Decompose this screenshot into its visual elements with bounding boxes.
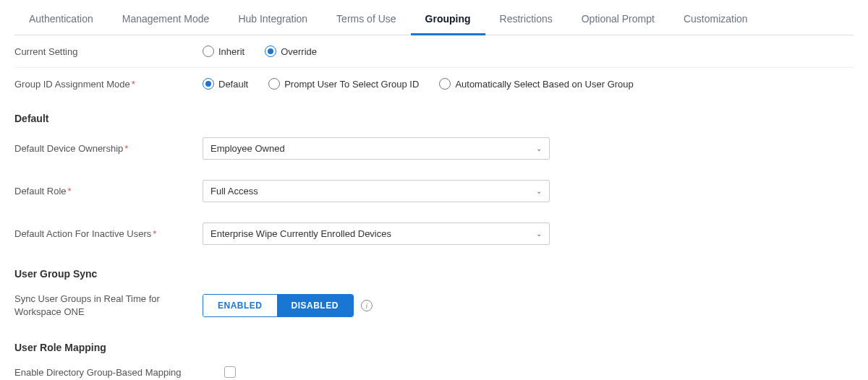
select-value: Full Access bbox=[210, 186, 258, 197]
row-default-inactive: Default Action For Inactive Users* Enter… bbox=[14, 212, 854, 255]
label-current-setting: Current Setting bbox=[14, 46, 203, 57]
radio-label: Automatically Select Based on User Group bbox=[455, 79, 633, 90]
select-value: Enterprise Wipe Currently Enrolled Devic… bbox=[210, 228, 391, 239]
row-default-role: Default Role* Full Access ⌄ bbox=[14, 170, 854, 212]
tab-bar: Authentication Management Mode Hub Integ… bbox=[14, 6, 854, 35]
label-default-role: Default Role* bbox=[14, 186, 203, 197]
radio-icon bbox=[439, 78, 451, 90]
chevron-down-icon: ⌄ bbox=[536, 144, 542, 152]
section-user-group-sync: User Group Sync Sync User Groups in Real… bbox=[14, 268, 854, 329]
radio-icon bbox=[203, 46, 214, 57]
radio-icon bbox=[265, 46, 276, 57]
row-group-id-mode: Group ID Assignment Mode* Default Prompt… bbox=[14, 68, 854, 100]
label-sync-realtime: Sync User Groups in Real Time for Worksp… bbox=[14, 293, 203, 319]
radio-override[interactable]: Override bbox=[265, 46, 317, 57]
toggle-sync-realtime: ENABLED DISABLED bbox=[203, 294, 354, 317]
chevron-down-icon: ⌄ bbox=[536, 230, 542, 238]
row-default-ownership: Default Device Ownership* Employee Owned… bbox=[14, 127, 854, 170]
tab-authentication[interactable]: Authentication bbox=[14, 6, 108, 35]
chevron-down-icon: ⌄ bbox=[536, 187, 542, 195]
tab-restrictions[interactable]: Restrictions bbox=[485, 6, 567, 35]
tab-terms-of-use[interactable]: Terms of Use bbox=[322, 6, 410, 35]
radio-auto-select[interactable]: Automatically Select Based on User Group bbox=[439, 78, 633, 90]
radio-icon bbox=[203, 78, 214, 90]
info-icon[interactable]: i bbox=[361, 300, 373, 311]
radio-default[interactable]: Default bbox=[203, 78, 248, 90]
section-title-user-group-sync: User Group Sync bbox=[14, 268, 854, 280]
row-current-setting: Current Setting Inherit Override bbox=[14, 35, 854, 68]
toggle-enabled[interactable]: ENABLED bbox=[203, 295, 277, 316]
tab-grouping[interactable]: Grouping bbox=[411, 6, 485, 35]
section-user-role-mapping: User Role Mapping Enable Directory Group… bbox=[14, 342, 854, 380]
select-default-inactive[interactable]: Enterprise Wipe Currently Enrolled Devic… bbox=[203, 223, 550, 245]
checkbox-enable-directory-mapping[interactable] bbox=[224, 366, 236, 378]
select-value: Employee Owned bbox=[210, 143, 285, 154]
tab-hub-integration[interactable]: Hub Integration bbox=[224, 6, 322, 35]
radio-label: Default bbox=[218, 79, 248, 90]
label-group-id-mode: Group ID Assignment Mode* bbox=[14, 79, 203, 90]
label-default-ownership: Default Device Ownership* bbox=[14, 143, 203, 154]
select-default-ownership[interactable]: Employee Owned ⌄ bbox=[203, 137, 550, 160]
section-title-default: Default bbox=[14, 113, 854, 124]
tab-optional-prompt[interactable]: Optional Prompt bbox=[567, 6, 669, 35]
toggle-disabled[interactable]: DISABLED bbox=[277, 295, 353, 316]
label-enable-directory-mapping: Enable Directory Group-Based Mapping bbox=[14, 367, 224, 378]
section-title-user-role-mapping: User Role Mapping bbox=[14, 342, 854, 353]
radio-label: Override bbox=[281, 46, 317, 57]
label-default-inactive: Default Action For Inactive Users* bbox=[14, 228, 203, 239]
radio-label: Inherit bbox=[218, 46, 244, 57]
row-enable-directory-mapping: Enable Directory Group-Based Mapping bbox=[14, 356, 854, 380]
row-sync-realtime: Sync User Groups in Real Time for Worksp… bbox=[14, 282, 854, 329]
tab-customization[interactable]: Customization bbox=[669, 6, 762, 35]
tab-management-mode[interactable]: Management Mode bbox=[108, 6, 224, 35]
radio-prompt-user[interactable]: Prompt User To Select Group ID bbox=[268, 78, 419, 90]
select-default-role[interactable]: Full Access ⌄ bbox=[203, 180, 550, 202]
section-default: Default Default Device Ownership* Employ… bbox=[14, 113, 854, 255]
radio-inherit[interactable]: Inherit bbox=[203, 46, 244, 57]
radio-icon bbox=[268, 78, 280, 90]
radio-label: Prompt User To Select Group ID bbox=[284, 79, 419, 90]
